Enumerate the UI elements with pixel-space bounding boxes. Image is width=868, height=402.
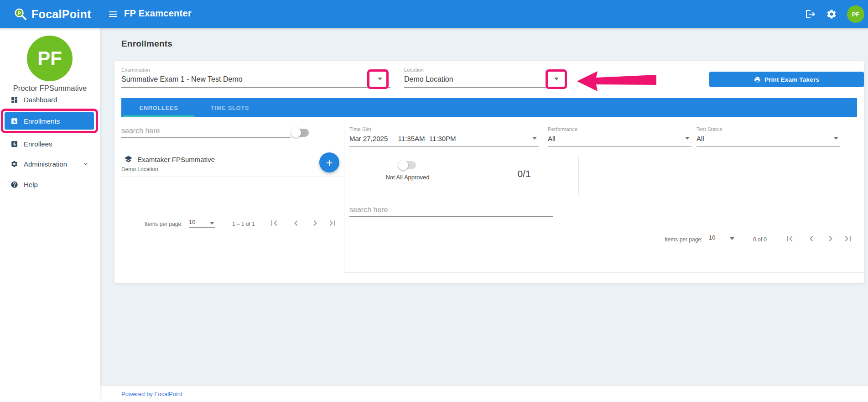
location-label: Location xyxy=(404,67,567,73)
sidebar-item-dashboard[interactable]: Dashboard xyxy=(5,92,94,107)
app-title: FP Examcenter xyxy=(124,8,192,19)
test-status-select[interactable]: Test Status All xyxy=(696,126,840,147)
active-tab-indicator xyxy=(123,115,194,117)
prev-page-icon[interactable] xyxy=(806,233,817,244)
sidebar-item-label: Enrollments xyxy=(24,117,60,125)
sidebar-item-label: Help xyxy=(24,181,38,188)
plus-icon: + xyxy=(326,156,333,170)
footer: Powered by FocalPoint xyxy=(100,386,868,402)
tab-time-slots-label: TIME SLOTS xyxy=(211,104,249,111)
last-page-icon[interactable] xyxy=(327,218,338,229)
sidebar-item-enrollees[interactable]: Enrollees xyxy=(5,136,94,151)
enrollments-card: Examination Summative Exam 1 - New Test … xyxy=(114,61,864,283)
examination-value: Summative Exam 1 - New Test Demo xyxy=(121,75,390,84)
tab-bar: ENROLLEES TIME SLOTS xyxy=(121,98,857,117)
print-exam-takers-button[interactable]: Print Exam Takers xyxy=(709,72,864,87)
exam-taker-search-field[interactable] xyxy=(349,203,553,217)
location-select[interactable]: Location Demo Location xyxy=(404,67,567,88)
location-value: Demo Location xyxy=(404,75,567,84)
performance-value: All xyxy=(548,135,691,142)
enrollees-chart-icon xyxy=(10,140,18,148)
focalpoint-logo-icon: P xyxy=(14,7,27,21)
page-size-value: 10 xyxy=(189,219,195,225)
approved-ratio: 0/1 xyxy=(470,168,578,179)
time-slot-time: 11:35AM- 11:30PM xyxy=(398,135,456,142)
print-button-label: Print Exam Takers xyxy=(764,76,819,83)
first-page-icon[interactable] xyxy=(269,218,280,229)
sidebar-item-label: Administration xyxy=(24,160,67,168)
gear-icon[interactable] xyxy=(826,9,837,20)
time-slot-label: Time Slot xyxy=(349,126,539,132)
sidebar-item-administration[interactable]: Administration xyxy=(5,156,94,172)
chevron-down-icon xyxy=(82,160,89,167)
hamburger-menu-icon[interactable] xyxy=(108,9,119,20)
enrollee-filter-toggle[interactable] xyxy=(292,128,309,137)
sidebar-item-label: Dashboard xyxy=(24,96,57,104)
user-avatar[interactable]: PF xyxy=(847,5,864,23)
chevron-down-icon[interactable] xyxy=(685,137,690,140)
sidebar: PF Proctor FPSummative Dashboard Enrollm… xyxy=(0,28,100,402)
avatar: PF xyxy=(27,36,73,81)
search-input[interactable] xyxy=(121,124,291,137)
first-page-icon[interactable] xyxy=(784,233,795,244)
approval-status-label: Not All Approved xyxy=(385,174,429,181)
annotation-arrow xyxy=(577,71,657,92)
examination-select[interactable]: Examination Summative Exam 1 - New Test … xyxy=(121,67,390,88)
examination-label: Examination xyxy=(121,67,390,73)
enrollee-search-field[interactable] xyxy=(121,124,291,138)
time-slot-date: Mar 27,2025 xyxy=(349,135,388,142)
tab-time-slots[interactable]: TIME SLOTS xyxy=(194,98,265,117)
tab-enrollees-label: ENROLLEES xyxy=(140,104,178,111)
sidebar-item-label: Enrollees xyxy=(24,140,52,148)
performance-select[interactable]: Performance All xyxy=(548,126,691,147)
search-input[interactable] xyxy=(349,203,553,216)
page-size-select[interactable]: 10 xyxy=(709,234,735,243)
top-app-bar: P FocalPoint FP Examcenter PF xyxy=(0,0,868,28)
chevron-down-icon[interactable] xyxy=(532,137,537,140)
enrollments-chart-icon xyxy=(10,117,18,125)
enrollee-location: Demo Location xyxy=(121,166,158,172)
chevron-down-icon[interactable] xyxy=(834,137,838,140)
time-slot-select[interactable]: Time Slot Mar 27,2025 11:35AM- 11:30PM xyxy=(349,126,539,147)
printer-icon xyxy=(754,76,761,83)
add-enrollee-button[interactable]: + xyxy=(319,152,339,172)
panel-bottom-border xyxy=(344,272,864,273)
chevron-down-icon xyxy=(210,222,214,224)
test-status-value: All xyxy=(696,135,840,142)
graduation-cap-icon xyxy=(124,155,133,163)
main-content: Enrollments Examination Summative Exam 1… xyxy=(100,28,868,402)
help-icon xyxy=(10,181,18,188)
page-size-select[interactable]: 10 xyxy=(189,219,215,228)
enrollee-name[interactable]: Examtaker FPSummative xyxy=(137,156,215,163)
chevron-down-icon[interactable] xyxy=(554,78,559,80)
sidebar-item-enrollments[interactable]: Enrollments xyxy=(5,112,94,130)
sidebar-item-help[interactable]: Help xyxy=(5,177,94,192)
items-per-page-label: Items per page: xyxy=(665,236,702,243)
chevron-down-icon[interactable] xyxy=(378,78,382,80)
svg-text:P: P xyxy=(17,10,21,16)
test-status-label: Test Status xyxy=(696,126,840,132)
page-title: Enrollments xyxy=(121,39,172,49)
next-page-icon[interactable] xyxy=(825,233,836,244)
page-range-label: 0 of 0 xyxy=(753,236,767,243)
logout-icon[interactable] xyxy=(805,9,816,20)
next-page-icon[interactable] xyxy=(310,218,321,229)
list-divider xyxy=(121,177,344,177)
dashboard-icon xyxy=(10,96,18,104)
powered-by-link[interactable]: Powered by FocalPoint xyxy=(121,391,182,397)
page-size-value: 10 xyxy=(709,234,715,241)
chevron-down-icon xyxy=(730,237,734,240)
panel-divider xyxy=(344,117,344,272)
brand-name: FocalPoint xyxy=(31,8,91,21)
toggle-knob xyxy=(398,160,408,170)
toggle-knob xyxy=(291,128,301,138)
approval-toggle-block: Not All Approved xyxy=(368,161,447,181)
tab-enrollees[interactable]: ENROLLEES xyxy=(123,98,194,117)
last-page-icon[interactable] xyxy=(842,233,853,244)
performance-label: Performance xyxy=(548,126,691,132)
brand-logo: P FocalPoint xyxy=(14,0,91,28)
page-range-label: 1 – 1 of 1 xyxy=(232,221,255,227)
section-divider xyxy=(578,157,579,195)
approve-all-toggle[interactable] xyxy=(399,161,416,170)
prev-page-icon[interactable] xyxy=(291,218,301,229)
